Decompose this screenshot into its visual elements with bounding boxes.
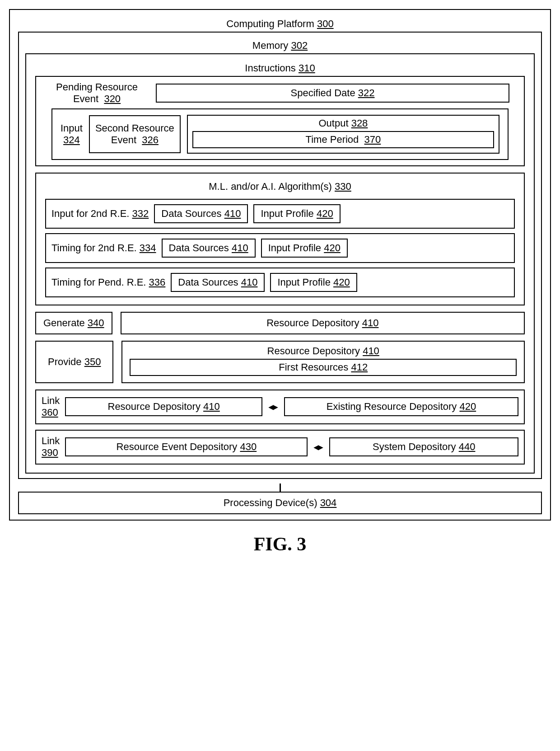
ml-ai-label: M.L. and/or A.I. Algorithm(s) — [209, 181, 332, 192]
input-label: Input — [61, 122, 83, 134]
instructions-title: Instructions 310 — [33, 60, 527, 76]
memory-label: Memory — [252, 40, 288, 51]
instructions-label: Instructions — [245, 62, 296, 74]
provide-dep-title: Resource Depository 410 — [130, 345, 517, 357]
ml-row-1-title: Timing for 2nd R.E. 334 — [51, 242, 156, 254]
ml-row-2-ds: Data Sources 410 — [171, 273, 265, 292]
time-period-num: 370 — [364, 134, 381, 145]
link-390-label: Link 390 — [42, 435, 60, 459]
provide-row: Provide 350 Resource Depository 410 Firs… — [35, 341, 525, 383]
output-title: Output 328 — [192, 117, 494, 129]
double-arrow-icon: ◂▸ — [313, 441, 324, 452]
provide-dep-box: Resource Depository 410 First Resources … — [121, 341, 525, 383]
ml-row-0-ip: Input Profile 420 — [253, 204, 340, 223]
double-arrow-icon: ◂▸ — [268, 401, 279, 412]
input-box: Input 324 Second ResourceEvent 326 Outpu… — [51, 108, 509, 160]
memory-title: Memory 302 — [23, 37, 537, 53]
generate-label-box: Generate 340 — [35, 312, 112, 334]
computing-platform-box: Computing Platform 300 Memory 302 Instru… — [9, 9, 551, 521]
provide-label-box: Provide 350 — [35, 341, 113, 383]
ml-row-2: Timing for Pend. R.E. 336 Data Sources 4… — [45, 268, 515, 297]
link-360-label: Link 360 — [42, 395, 60, 419]
connector-line — [280, 483, 281, 492]
specified-date-num: 322 — [358, 87, 375, 99]
input-num: 324 — [63, 134, 80, 146]
specified-date-box: Specified Date 322 — [156, 84, 509, 103]
link-360-row: Link 360 Resource Depository 410 ◂▸ Exis… — [35, 390, 525, 424]
second-resource-event-box: Second ResourceEvent 326 — [89, 115, 181, 153]
link-390-row: Link 390 Resource Event Depository 430 ◂… — [35, 430, 525, 465]
ml-ai-title: M.L. and/or A.I. Algorithm(s) 330 — [42, 178, 518, 194]
processing-devices-box: Processing Device(s) 304 — [18, 492, 542, 514]
link-390-b: System Depository 440 — [329, 437, 518, 456]
ml-row-1-ds: Data Sources 410 — [162, 239, 256, 258]
specified-date-label: Specified Date — [291, 87, 355, 99]
input-title: Input 324 — [61, 122, 83, 146]
pending-resource-event-box: Pending ResourceEvent 320 Specified Date… — [35, 76, 525, 166]
ml-row-2-ip: Input Profile 420 — [270, 273, 357, 292]
instructions-num: 310 — [299, 62, 315, 74]
output-label: Output — [318, 117, 348, 129]
ml-ai-box: M.L. and/or A.I. Algorithm(s) 330 Input … — [35, 173, 525, 305]
pending-label: Pending ResourceEvent — [56, 81, 138, 104]
link-390-a: Resource Event Depository 430 — [65, 437, 308, 456]
memory-box: Memory 302 Instructions 310 Pending Reso… — [18, 32, 542, 479]
generate-row: Generate 340 Resource Depository 410 — [35, 312, 525, 334]
pending-num: 320 — [104, 93, 121, 104]
pending-title: Pending ResourceEvent 320 — [56, 81, 138, 105]
instructions-box: Instructions 310 Pending ResourceEvent 3… — [25, 53, 535, 474]
second-re-label: Second ResourceEvent — [95, 122, 174, 146]
figure-caption: FIG. 3 — [9, 533, 551, 555]
ml-ai-num: 330 — [335, 181, 351, 192]
memory-num: 302 — [291, 40, 308, 51]
ml-row-0: Input for 2nd R.E. 332 Data Sources 410 … — [45, 199, 515, 229]
output-box: Output 328 Time Period 370 — [187, 115, 499, 154]
computing-platform-num: 300 — [317, 18, 334, 29]
link-360-b: Existing Resource Depository 420 — [284, 397, 518, 416]
ml-row-2-title: Timing for Pend. R.E. 336 — [51, 277, 165, 288]
computing-platform-title: Computing Platform 300 — [15, 15, 545, 32]
ml-row-0-title: Input for 2nd R.E. 332 — [51, 208, 149, 220]
first-resources-box: First Resources 412 — [130, 359, 517, 376]
ml-row-1-ip: Input Profile 420 — [261, 239, 348, 258]
time-period-label: Time Period — [306, 134, 359, 145]
output-num: 328 — [351, 117, 368, 129]
ml-row-0-label: Input for 2nd R.E. — [51, 208, 129, 219]
ml-row-0-num: 332 — [132, 208, 149, 219]
link-360-a: Resource Depository 410 — [65, 397, 262, 416]
generate-dep-box: Resource Depository 410 — [121, 312, 525, 334]
second-re-num: 326 — [142, 134, 159, 146]
computing-platform-label: Computing Platform — [226, 18, 314, 29]
ml-row-0-ds: Data Sources 410 — [154, 204, 248, 223]
ml-row-1: Timing for 2nd R.E. 334 Data Sources 410… — [45, 233, 515, 263]
time-period-box: Time Period 370 — [192, 131, 494, 148]
